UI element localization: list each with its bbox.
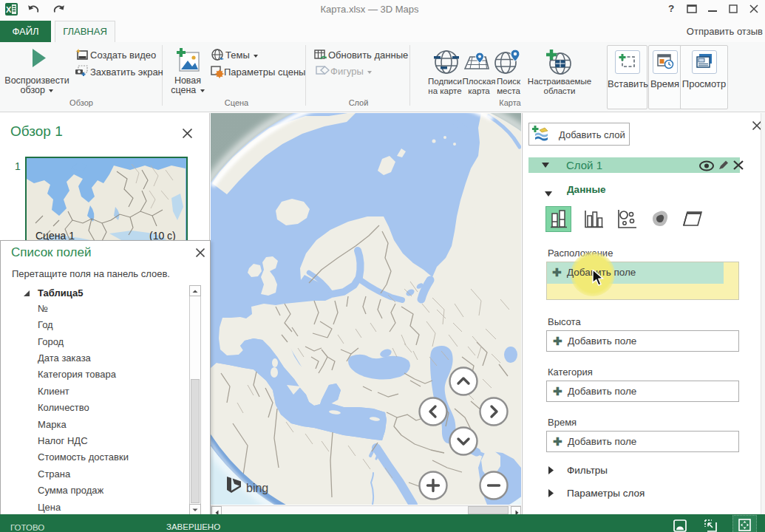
- svg-text:X: X: [6, 5, 12, 14]
- svg-text:bing: bing: [246, 482, 268, 494]
